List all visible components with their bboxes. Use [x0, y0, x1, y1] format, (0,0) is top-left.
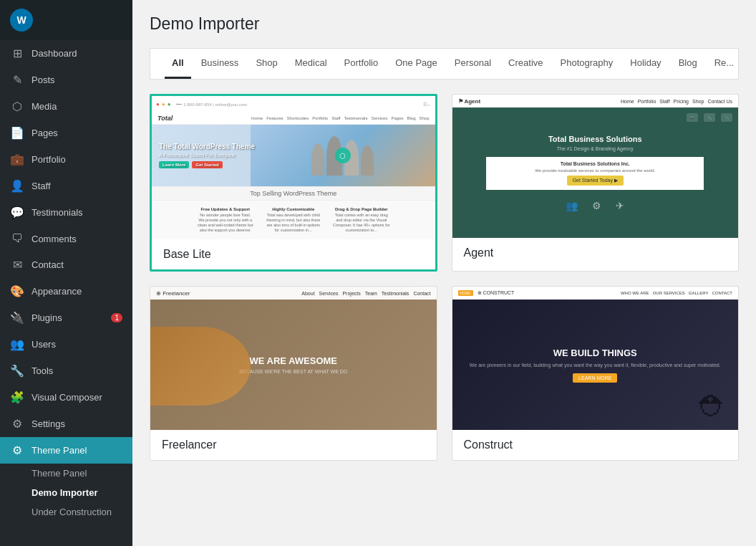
main-content: Demo Importer All Business Shop Medical …: [132, 0, 756, 546]
filter-tab-shop[interactable]: Shop: [248, 49, 284, 79]
construct-content: WE BUILD THINGS We are pioneers in our f…: [452, 300, 739, 430]
sidebar-label-settings: Settings: [32, 418, 65, 429]
testimonials-icon: 💬: [10, 206, 24, 219]
sidebar-item-pages[interactable]: 📄 Pages: [0, 120, 132, 146]
feature-2: Highly Customizable Total was developed …: [265, 207, 322, 234]
wordpress-icon: W: [10, 9, 33, 32]
agent-nav: ⚑ Agent HomePortfolioStaffPricingShopCon…: [452, 95, 739, 107]
chair-decor: [150, 327, 251, 406]
filter-tab-photography[interactable]: Photography: [553, 49, 621, 79]
agent-icon-3: ✈: [616, 200, 624, 211]
top-selling-bar: Top Selling WordPress Theme: [152, 186, 435, 200]
sidebar-label-comments: Comments: [32, 234, 77, 244]
sidebar-label-dashboard: Dashboard: [32, 48, 77, 59]
nav-bar: Total HomeFeaturesShortcodesPortfolioSta…: [152, 112, 435, 125]
sidebar-item-theme-panel[interactable]: ⚙ Theme Panel: [0, 437, 132, 464]
posts-icon: ✎: [10, 73, 24, 87]
agent-icon-1: 👥: [566, 200, 578, 211]
sidebar-label-users: Users: [32, 339, 56, 350]
filter-tab-holiday[interactable]: Holiday: [623, 49, 668, 79]
theme-preview-base-lite: ● ● ● ⟵ 1-800-987-654 | online@you.com ☰…: [152, 96, 435, 239]
sidebar-logo: W: [0, 0, 132, 40]
users-icon: 👥: [10, 337, 24, 351]
construct-sub: We are pioneers in our field, building w…: [470, 363, 721, 368]
filter-tab-all[interactable]: All: [165, 49, 191, 79]
theme-card-agent[interactable]: ⚑ Agent HomePortfolioStaffPricingShopCon…: [452, 94, 740, 272]
construct-headline: WE BUILD THINGS: [553, 348, 637, 358]
sidebar-label-plugins: Plugins: [32, 312, 62, 323]
sidebar: W ⊞ Dashboard ✎ Posts ⬡ Media 📄 Pages 💼 …: [0, 0, 132, 546]
staff-icon: 👤: [10, 179, 24, 193]
filter-tab-creative[interactable]: Creative: [501, 49, 550, 79]
sidebar-item-dashboard[interactable]: ⊞ Dashboard: [0, 40, 132, 67]
filter-tab-business[interactable]: Business: [194, 49, 246, 79]
filter-tab-blog[interactable]: Blog: [672, 49, 704, 79]
theme-preview-agent: ⚑ Agent HomePortfolioStaffPricingShopCon…: [452, 95, 739, 238]
dashboard-icon: ⊞: [10, 47, 24, 60]
agent-icons: 👥 ⚙ ✈: [566, 200, 624, 211]
sidebar-item-portfolio[interactable]: 💼 Portfolio: [0, 146, 132, 173]
theme-card-base-lite[interactable]: ● ● ● ⟵ 1-800-987-654 | online@you.com ☰…: [150, 94, 437, 272]
sidebar-sub-demo-importer[interactable]: Demo Importer: [0, 483, 132, 502]
theme-card-construct[interactable]: HOME ⊕ CONSTRUCT WHO WE AREOUR SERVICESG…: [452, 286, 740, 461]
sidebar-label-pages: Pages: [32, 128, 58, 138]
sidebar-label-contact: Contact: [32, 259, 64, 270]
helmet-icon: ⛑: [699, 391, 727, 423]
sidebar-item-testimonials[interactable]: 💬 Testimonials: [0, 199, 132, 226]
browser-bar: ● ● ● ⟵ 1-800-987-654 | online@you.com ☰…: [152, 96, 435, 112]
sidebar-item-appearance[interactable]: 🎨 Appearance: [0, 278, 132, 305]
sidebar-label-staff: Staff: [32, 181, 51, 191]
construct-btn: LEARN MORE: [573, 373, 617, 383]
sidebar-item-comments[interactable]: 🗨 Comments: [0, 226, 132, 252]
sidebar-label-portfolio: Portfolio: [32, 154, 66, 165]
agent-subline: The #1 Design & Branding Agency: [557, 146, 634, 151]
sidebar-label-theme-panel: Theme Panel: [32, 445, 87, 456]
sidebar-item-media[interactable]: ⬡ Media: [0, 93, 132, 120]
sidebar-item-visual-composer[interactable]: 🧩 Visual Composer: [0, 384, 132, 411]
theme-card-freelancer[interactable]: ⊕ Freelancer AboutServicesProjectsTeamTe…: [150, 286, 437, 461]
sidebar-item-settings[interactable]: ⚙ Settings: [0, 411, 132, 437]
filter-tab-one-page[interactable]: One Page: [388, 49, 445, 79]
comments-icon: 🗨: [10, 232, 24, 245]
hero-section: The Total WordPress Theme A Framework Su…: [152, 125, 435, 186]
sidebar-item-users[interactable]: 👥 Users: [0, 331, 132, 358]
construct-nav: HOME ⊕ CONSTRUCT WHO WE AREOUR SERVICESG…: [452, 287, 739, 300]
pages-icon: 📄: [10, 126, 24, 140]
sidebar-label-appearance: Appearance: [32, 286, 82, 297]
agent-btn: Get Started Today ▶: [567, 176, 624, 186]
sidebar-submenu: Theme Panel Demo Importer Under Construc…: [0, 464, 132, 522]
theme-name-freelancer: Freelancer: [150, 430, 437, 460]
sidebar-label-posts: Posts: [32, 75, 55, 85]
tools-icon: 🔧: [10, 364, 24, 378]
theme-preview-freelancer: ⊕ Freelancer AboutServicesProjectsTeamTe…: [150, 287, 437, 430]
contact-icon: ✉: [10, 258, 24, 272]
sidebar-item-contact[interactable]: ✉ Contact: [0, 252, 132, 278]
features-bar: Free Updates & Support No wonder people …: [152, 200, 435, 239]
filter-tab-personal[interactable]: Personal: [447, 49, 498, 79]
page-title: Demo Importer: [150, 14, 739, 34]
agent-headline: Total Business Solutions: [548, 135, 642, 143]
sidebar-item-plugins[interactable]: 🔌 Plugins 1: [0, 305, 132, 331]
freelancer-headline: WE ARE AWESOME: [249, 355, 337, 366]
sidebar-item-tools[interactable]: 🔧 Tools: [0, 358, 132, 384]
theme-panel-icon: ⚙: [10, 444, 24, 457]
portfolio-icon: 💼: [10, 153, 24, 166]
hero-text: The Total WordPress Theme A Framework Su…: [159, 143, 255, 168]
sidebar-sub-under-construction[interactable]: Under Construction: [0, 502, 132, 522]
sidebar-label-visual-composer: Visual Composer: [32, 392, 102, 403]
sidebar-item-posts[interactable]: ✎ Posts: [0, 67, 132, 93]
sidebar-sub-theme-panel[interactable]: Theme Panel: [0, 464, 132, 483]
filter-tab-medical[interactable]: Medical: [288, 49, 334, 79]
filter-bar: All Business Shop Medical Portfolio One …: [150, 48, 739, 80]
agent-content: 📷 🔧 📎 Total Business Solutions The #1 De…: [452, 107, 739, 238]
sidebar-label-media: Media: [32, 101, 57, 112]
sidebar-item-staff[interactable]: 👤 Staff: [0, 173, 132, 199]
filter-tab-more[interactable]: Re...: [707, 49, 739, 79]
sidebar-label-tools: Tools: [32, 365, 53, 376]
appearance-icon: 🎨: [10, 284, 24, 298]
agent-card: Total Business Solutions Inc. We provide…: [486, 157, 704, 190]
agent-top-decor: 📷 🔧 📎: [687, 113, 732, 122]
settings-icon: ⚙: [10, 417, 24, 431]
filter-tab-portfolio[interactable]: Portfolio: [337, 49, 386, 79]
hero-image: ⬡: [251, 125, 435, 186]
